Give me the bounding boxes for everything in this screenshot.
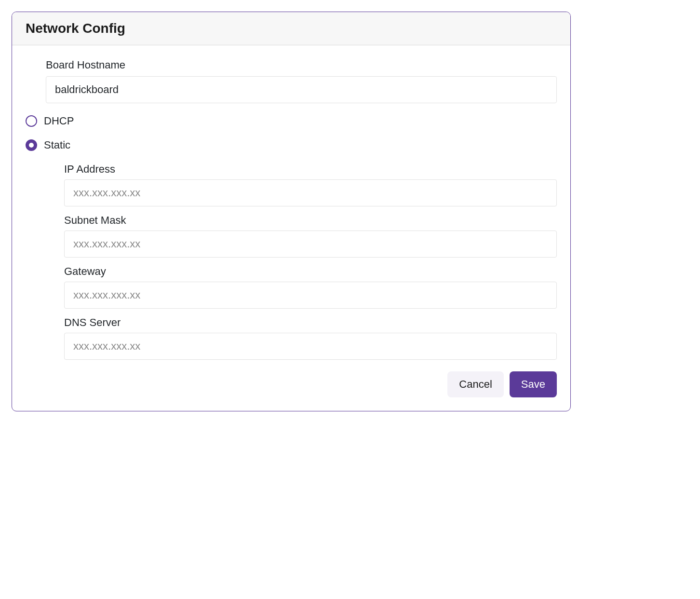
dhcp-radio-row[interactable]: DHCP [26,115,557,127]
dns-server-label: DNS Server [64,316,557,329]
subnet-mask-input[interactable] [64,231,557,258]
dns-server-group: DNS Server [64,316,557,360]
dns-server-input[interactable] [64,333,557,360]
panel-body: Board Hostname DHCP Static IP Address Su… [12,45,570,411]
radio-unchecked-icon [26,115,37,127]
subnet-mask-group: Subnet Mask [64,214,557,258]
subnet-mask-label: Subnet Mask [64,214,557,227]
static-radio-label: Static [44,139,70,151]
button-row: Cancel Save [26,371,557,397]
static-fields: IP Address Subnet Mask Gateway DNS Serve… [64,163,557,360]
network-config-panel: Network Config Board Hostname DHCP Stati… [12,12,571,411]
dhcp-radio-label: DHCP [44,115,74,127]
ip-address-input[interactable] [64,179,557,206]
panel-title: Network Config [26,21,557,36]
gateway-label: Gateway [64,265,557,278]
radio-checked-icon [26,139,37,151]
gateway-group: Gateway [64,265,557,309]
ip-address-label: IP Address [64,163,557,176]
save-button[interactable]: Save [510,371,557,397]
ip-address-group: IP Address [64,163,557,206]
gateway-input[interactable] [64,282,557,309]
static-radio-row[interactable]: Static [26,139,557,151]
hostname-group: Board Hostname [46,59,557,103]
hostname-input[interactable] [46,76,557,103]
cancel-button[interactable]: Cancel [447,371,503,397]
hostname-label: Board Hostname [46,59,557,71]
panel-header: Network Config [12,12,570,45]
